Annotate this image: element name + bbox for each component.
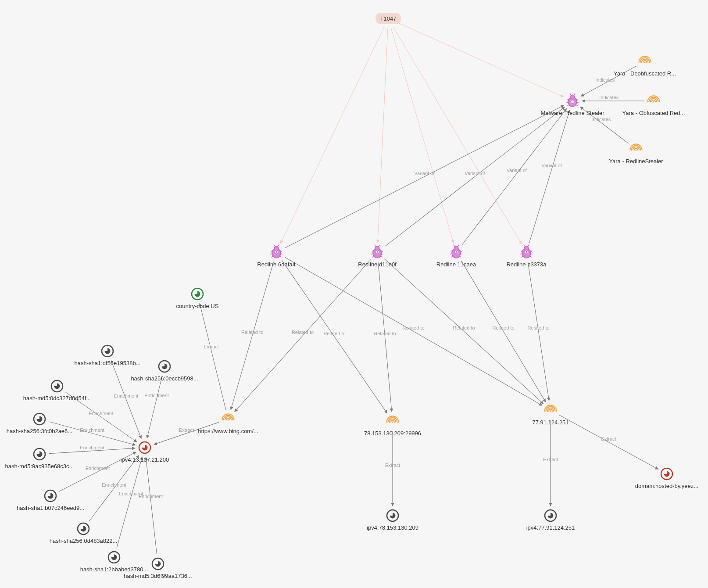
edge [111, 360, 141, 439]
node-label: https://www.bing.com/... [198, 428, 258, 434]
edge-label: Enrichment [80, 445, 104, 450]
edge [391, 28, 454, 243]
svg-line-11 [574, 93, 575, 95]
node-fp_bing[interactable]: https://www.bing.com/... [198, 414, 258, 434]
node-label: Redline d11e0f [358, 261, 397, 268]
edge-label: Enrichment [102, 482, 126, 488]
node-h_sha256_0e[interactable]: hash-sha256:0eccb9598... [131, 361, 198, 382]
edge-label: Variant of [465, 171, 485, 176]
node-h_md5_0dc[interactable]: hash-md5:0dc327d0d54f... [23, 380, 91, 402]
node-label: ipv4:78.153.130.209 [367, 524, 418, 531]
node-fp_78153[interactable]: 78.153.130.209:29996 [364, 416, 421, 437]
edge [147, 376, 162, 438]
node-label: Malware: Redline Stealer [540, 110, 604, 116]
node-fp_7791[interactable]: 77.91.124.251 [532, 405, 569, 426]
edge-label: Related to [241, 330, 263, 335]
svg-line-64 [528, 245, 529, 247]
edge [397, 22, 564, 97]
svg-line-19 [271, 254, 272, 254]
node-rl_6dafa4[interactable]: Redline 6dafa4 [257, 245, 295, 268]
edge [280, 27, 384, 244]
node-label: hash-sha256:0d483a822... [50, 538, 118, 544]
edge [378, 28, 388, 243]
edge-label: Enrichment [89, 411, 113, 416]
node-rl_b3373a[interactable]: Redline b3373a [506, 245, 547, 268]
edge-label: Related to [374, 331, 396, 336]
edge-label: Indicates [591, 117, 611, 122]
svg-line-22 [280, 254, 282, 254]
node-rl_11caea[interactable]: Redline 11caea [436, 245, 476, 268]
edge-label: Variant of [414, 171, 435, 176]
edge-label: Extract [204, 344, 218, 349]
edge-label: Related to [292, 330, 314, 335]
node-h_sha256_3f[interactable]: hash-sha256:3fc0b2ae6... [7, 413, 72, 434]
node-label: ipv4:77.91.124.251 [526, 524, 575, 531]
svg-point-54 [456, 252, 457, 253]
node-malware[interactable]: Malware: Redline Stealer [540, 93, 604, 116]
node-h_md5_9ac[interactable]: hash-md5:9ac935e68c3c... [5, 448, 74, 470]
node-label: hash-md5:0dc327d0d54f... [23, 395, 91, 402]
svg-line-51 [458, 245, 459, 247]
node-label: Yara - Deobfuscated R... [614, 70, 676, 77]
svg-line-61 [530, 254, 532, 254]
svg-point-41 [377, 252, 378, 253]
node-yara1[interactable]: Yara - Deobfuscated R... [614, 56, 676, 77]
node-label: hash-sha256:3fc0b2ae6... [7, 428, 72, 434]
node-label: hash-md5:9ac935e68c3c... [5, 463, 74, 470]
edge-label: Enrichment [80, 427, 104, 433]
svg-point-70 [392, 421, 393, 423]
svg-rect-40 [377, 251, 378, 252]
node-h_sha1_2bb[interactable]: hash-sha1:2bbabed3780... [80, 552, 148, 573]
edge [231, 262, 274, 410]
node-yara2[interactable]: Yara - Obfuscated Red... [622, 96, 685, 116]
threat-intel-graph[interactable]: IndicatesIndicatesIndicatesVariant ofVar… [0, 0, 708, 588]
node-ipv4_78[interactable]: ipv4:78.153.130.209 [367, 510, 418, 531]
node-label: hash-sha1:df56e19538b... [74, 360, 140, 366]
node-h_sha1_b07[interactable]: hash-sha1:b07c246eed9... [17, 490, 84, 511]
node-ipv4_77[interactable]: ipv4:77.91.124.251 [526, 510, 575, 531]
edge-label: Related to [527, 325, 549, 330]
svg-rect-27 [276, 251, 277, 252]
node-h_sha256_0d[interactable]: hash-sha256:0d483a822... [50, 523, 118, 544]
node-ipv4_13[interactable]: ipv4:13.107.21.200 [121, 442, 169, 463]
edge [384, 259, 543, 404]
svg-point-71 [550, 410, 551, 412]
svg-rect-66 [526, 251, 527, 252]
node-label: 78.153.130.209:29996 [364, 430, 421, 437]
node-h_sha1_df[interactable]: hash-sha1:df56e19538b... [74, 345, 140, 366]
edge [461, 261, 545, 402]
node-label: hash-md5:3d6f99aa1736... [124, 573, 192, 579]
edge [146, 457, 157, 554]
node-t1047[interactable]: T1047 [375, 13, 401, 24]
edge-label: Enrichment [86, 466, 110, 471]
edge-label: Related to [323, 331, 345, 336]
svg-line-5 [567, 102, 569, 103]
svg-point-14 [653, 101, 654, 102]
svg-line-45 [451, 254, 452, 254]
node-yara3[interactable]: Yara - RedlineStealer [609, 144, 663, 165]
edge-label: Indicates [599, 95, 619, 100]
svg-line-25 [278, 245, 279, 247]
svg-line-38 [379, 245, 380, 247]
node-label: ipv4:13.107.21.200 [121, 456, 169, 463]
node-rl_d11e0f[interactable]: Redline d11e0f [358, 245, 397, 268]
node-cc_us[interactable]: country-code:US [176, 288, 219, 309]
svg-point-12 [571, 100, 574, 103]
edge-label: Related to [402, 325, 424, 330]
edge-label: Enrichment [139, 494, 163, 499]
node-label: domain:hosted-by.yeez... [635, 483, 698, 489]
svg-line-32 [372, 254, 373, 254]
edge-label: Related to [492, 325, 514, 330]
svg-line-8 [576, 102, 578, 103]
svg-point-28 [276, 252, 277, 253]
edge-label: Related to [453, 325, 475, 330]
svg-point-3 [570, 95, 575, 99]
node-label: Yara - RedlineStealer [609, 158, 663, 165]
edge [529, 110, 569, 243]
svg-point-69 [227, 419, 229, 420]
node-label: country-code:US [176, 303, 219, 309]
edge [282, 260, 387, 413]
edge [235, 259, 371, 412]
node-label: Redline 6dafa4 [257, 261, 295, 268]
node-dom_yeez[interactable]: domain:hosted-by.yeez... [635, 468, 698, 489]
